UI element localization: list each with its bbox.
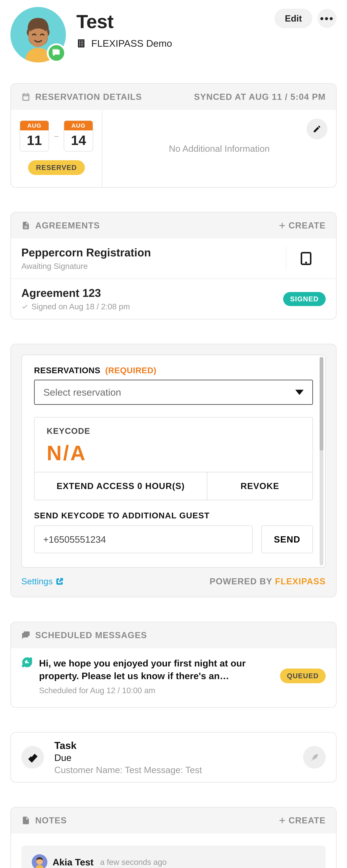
notes-section-title: NOTES [35,815,67,826]
task-due: Due [54,752,293,763]
profile-header: Test FLEXIPASS Demo Edit ••• [10,7,337,62]
task-main: Task Due Customer Name: Test Message: Te… [54,740,293,775]
note-author-avatar [32,854,48,868]
reservations-label: RESERVATIONS [34,366,100,375]
task-card[interactable]: Task Due Customer Name: Test Message: Te… [10,732,337,783]
scheduled-time: Scheduled for Aug 12 / 10:00 am [39,686,273,695]
notes-card-header: NOTES + CREATE [11,807,336,833]
revoke-button[interactable]: REVOKE [207,472,313,500]
more-icon: ••• [320,12,334,25]
svg-point-2 [305,262,307,263]
chevron-down-icon [295,390,304,395]
flexipass-panel: RESERVATIONS (REQUIRED) Select reservati… [21,355,326,568]
start-date: AUG 11 [20,120,49,152]
reservation-card-header: RESERVATION DETAILS SYNCED AT AUG 11 / 5… [11,84,336,110]
pencil-icon [313,125,321,133]
agreements-list: Peppercorn Registration Awaiting Signatu… [11,239,336,319]
reservation-info: No Additional Information [102,110,336,187]
reservation-status-badge: RESERVED [28,160,85,175]
scheduled-message-text: Hi, we hope you enjoyed your first night… [39,657,273,682]
required-label: (REQUIRED) [103,366,157,375]
agreement-title: Peppercorn Registration [21,246,279,259]
scrollbar[interactable] [320,357,323,565]
check-icon [27,752,38,763]
signed-badge: SIGNED [283,292,326,306]
keycode-box: KEYCODE N/A EXTEND ACCESS 0 HOUR(S) REVO… [34,417,313,500]
reservation-dates: AUG 11 – AUG 14 RESERVED [11,110,102,187]
select-placeholder: Select reservation [43,386,121,398]
company-name: FLEXIPASS Demo [91,38,172,49]
reservation-section-title: RESERVATION DETAILS [35,92,142,102]
agreement-subtitle: Signed on Aug 18 / 2:08 pm [21,302,276,311]
edit-button[interactable]: Edit [275,9,312,28]
queued-badge: QUEUED [280,669,326,683]
sync-time: SYNCED AT AUG 11 / 5:04 PM [194,92,326,102]
external-link-icon [56,578,63,585]
date-separator: – [54,132,59,140]
note-icon [21,816,30,825]
agreement-subtitle: Awaiting Signature [21,261,279,271]
flexipass-footer: Settings POWERED BY FLEXIPASS [21,576,326,586]
notes-list: Akia Test a few seconds ago This is a no… [11,833,336,868]
task-title: Task [54,740,293,751]
guest-name: Test [76,10,264,32]
more-button[interactable]: ••• [317,9,337,28]
task-meta: Customer Name: Test Message: Test [54,765,293,775]
agreement-title: Agreement 123 [21,287,276,300]
header-title-block: Test FLEXIPASS Demo [76,7,264,49]
settings-link[interactable]: Settings [21,576,63,586]
task-complete-button[interactable] [21,746,44,769]
keycode-value: N/A [47,441,300,465]
edit-reservation-button[interactable] [307,119,327,140]
message-icon [21,657,32,670]
reservation-select[interactable]: Select reservation [34,380,313,405]
keycode-label: KEYCODE [47,426,300,436]
notes-card: NOTES + CREATE Akia Test a few seconds a… [10,807,337,868]
agreements-card: AGREEMENTS + CREATE Peppercorn Registrat… [10,212,337,319]
agreements-section-title: AGREEMENTS [35,220,100,230]
device-action[interactable] [286,246,326,271]
note-author-name: Akia Test [53,857,94,867]
check-icon [21,303,28,310]
tablet-icon [299,252,313,266]
powered-by: POWERED BY FLEXIPASS [210,576,326,586]
phone-input[interactable] [34,526,253,553]
task-action-button[interactable] [303,746,326,769]
agreement-row[interactable]: Agreement 123 Signed on Aug 18 / 2:08 pm… [11,278,336,319]
note-item: Akia Test a few seconds ago This is a no… [21,846,326,868]
scheduled-messages-card: SCHEDULED MESSAGES Hi, we hope you enjoy… [10,622,337,708]
plus-icon: + [279,818,286,823]
plus-icon: + [279,223,286,228]
end-date: AUG 14 [64,120,93,152]
scheduled-message-row[interactable]: Hi, we hope you enjoyed your first night… [11,648,336,707]
avatar [10,7,66,62]
create-agreement-button[interactable]: + CREATE [279,220,326,230]
feather-icon [310,752,319,762]
chat-status-icon [47,43,66,62]
chat-bubbles-icon [21,631,30,640]
reservation-empty-text: No Additional Information [169,144,270,154]
extend-access-button[interactable]: EXTEND ACCESS 0 HOUR(S) [34,472,207,500]
header-actions: Edit ••• [275,7,337,28]
reservation-details-card: RESERVATION DETAILS SYNCED AT AUG 11 / 5… [10,83,337,188]
agreements-card-header: AGREEMENTS + CREATE [11,213,336,239]
send-button[interactable]: SEND [261,526,313,553]
company-row: FLEXIPASS Demo [76,38,264,49]
reservations-field: RESERVATIONS (REQUIRED) Select reservati… [34,366,313,405]
building-icon [76,38,86,48]
create-note-button[interactable]: + CREATE [279,815,326,826]
note-timestamp: a few seconds ago [100,858,167,867]
calendar-icon [21,92,30,101]
document-icon [21,221,30,230]
send-keycode-label: SEND KEYCODE TO ADDITIONAL GUEST [34,511,313,520]
send-keycode-section: SEND KEYCODE TO ADDITIONAL GUEST SEND [34,511,313,553]
scheduled-card-header: SCHEDULED MESSAGES [11,622,336,648]
agreement-row[interactable]: Peppercorn Registration Awaiting Signatu… [11,239,336,278]
flexipass-card: RESERVATIONS (REQUIRED) Select reservati… [10,344,337,597]
scheduled-section-title: SCHEDULED MESSAGES [35,630,147,640]
